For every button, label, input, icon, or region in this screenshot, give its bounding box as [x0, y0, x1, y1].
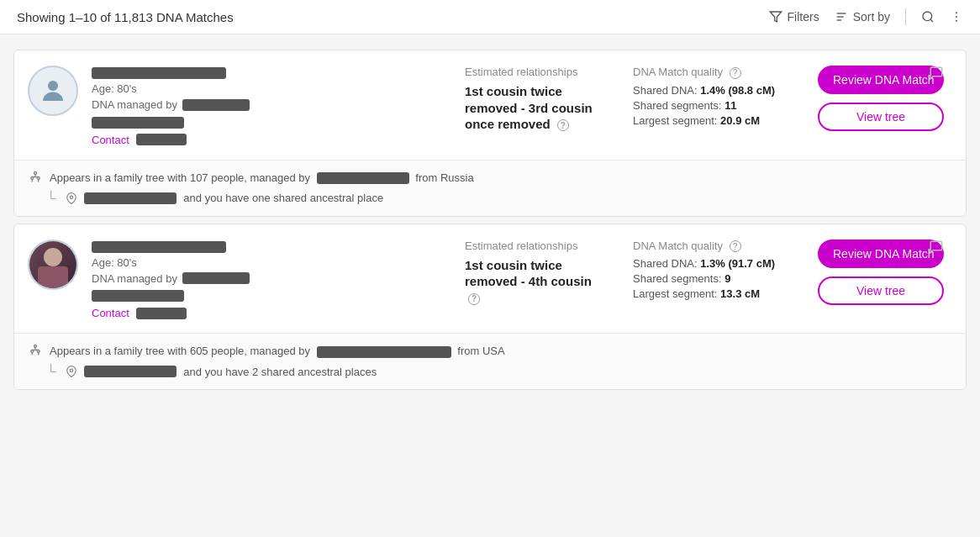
- redacted-name: [92, 67, 226, 79]
- match-card-footer: Appears in a family tree with 605 people…: [14, 333, 966, 389]
- redacted-tree-manager: [317, 172, 409, 184]
- review-dna-match-button[interactable]: Review DNA Match: [818, 66, 944, 94]
- dna-managed-label: DNA managed by: [92, 272, 177, 285]
- shared-dna-row: Shared DNA: 1.3% (91.7 cM): [633, 257, 784, 270]
- ancestral-place-info: └ and you have one shared ancestral plac…: [28, 191, 952, 206]
- match-actions: Review DNA Match View tree: [801, 66, 952, 131]
- redacted-extra: [92, 117, 184, 129]
- relationship-value: 1st cousin twice removed - 4th cousin ?: [465, 257, 599, 307]
- match-person-info: Age: 80's DNA managed by Contact: [92, 66, 448, 146]
- age-text: Age: 80's: [92, 256, 137, 269]
- comment-icon[interactable]: [929, 66, 944, 83]
- svg-point-20: [34, 345, 37, 348]
- dna-quality: DNA Match quality ? Shared DNA: 1.3% (91…: [616, 240, 801, 303]
- match-card-top: Age: 80's DNA managed by Contact: [14, 50, 966, 160]
- relationship-value: 1st cousin twice removed - 3rd cousin on…: [465, 83, 599, 133]
- match-card: Age: 80's DNA managed by Contact: [13, 224, 967, 391]
- review-dna-match-button[interactable]: Review DNA Match: [818, 240, 944, 268]
- redacted-extra: [92, 290, 184, 302]
- est-rel-label: Estimated relationships: [465, 66, 599, 78]
- sort-by-label: Sort by: [853, 10, 890, 24]
- ancestral-place-info: └ and you have 2 shared ancestral places: [28, 364, 952, 379]
- shared-segments-row: Shared segments: 11: [633, 99, 784, 112]
- dna-quality-help-icon[interactable]: ?: [730, 67, 741, 79]
- match-card-top: Age: 80's DNA managed by Contact: [14, 224, 966, 334]
- matches-list: Age: 80's DNA managed by Contact: [0, 34, 980, 405]
- family-tree-text: Appears in a family tree with 107 people…: [50, 171, 474, 185]
- dna-quality-help-icon[interactable]: ?: [730, 240, 741, 252]
- top-bar-actions: Filters Sort by: [769, 8, 963, 25]
- redacted-manager: [182, 99, 250, 111]
- age-line: Age: 80's: [92, 256, 448, 269]
- svg-point-10: [34, 171, 37, 174]
- dna-managed-line: DNA managed by: [92, 272, 448, 285]
- match-person-info: Age: 80's DNA managed by Contact: [92, 240, 448, 320]
- estimated-relationships: Estimated relationships 1st cousin twice…: [448, 240, 616, 307]
- estimated-relationships: Estimated relationships 1st cousin twice…: [448, 66, 616, 133]
- avatar: [28, 66, 78, 116]
- redacted-manager: [182, 272, 250, 284]
- family-tree-info: Appears in a family tree with 605 people…: [28, 344, 952, 359]
- match-card-footer: Appears in a family tree with 107 people…: [14, 160, 966, 216]
- comment-icon[interactable]: [929, 240, 944, 257]
- shared-segments-row: Shared segments: 9: [633, 272, 784, 285]
- search-icon: [921, 10, 935, 24]
- age-text: Age: 80's: [92, 82, 137, 95]
- view-tree-button[interactable]: View tree: [818, 276, 944, 305]
- avatar-photo: [29, 241, 76, 288]
- redacted-place: [84, 192, 177, 204]
- relationship-help-icon[interactable]: ?: [468, 293, 480, 305]
- family-tree-text: Appears in a family tree with 605 people…: [50, 345, 505, 358]
- branch-line-icon: └: [46, 364, 55, 379]
- filter-icon: [769, 10, 782, 24]
- contact-link[interactable]: Contact: [92, 307, 129, 319]
- family-tree-icon: [28, 171, 43, 186]
- svg-point-19: [71, 196, 74, 199]
- person-silhouette-icon: [38, 76, 68, 106]
- filters-label: Filters: [788, 10, 819, 24]
- largest-segment-row: Largest segment: 20.9 cM: [633, 114, 784, 127]
- contact-line: Contact: [92, 134, 448, 146]
- sort-icon: [835, 10, 848, 24]
- match-card: Age: 80's DNA managed by Contact: [13, 50, 967, 217]
- svg-point-8: [956, 20, 957, 22]
- dna-quality-label: DNA Match quality ?: [633, 66, 784, 79]
- redacted-name: [92, 241, 226, 253]
- svg-point-4: [923, 12, 932, 21]
- view-tree-button[interactable]: View tree: [818, 103, 944, 131]
- redacted-tree-manager: [317, 346, 451, 358]
- more-icon: [950, 10, 963, 24]
- svg-point-9: [48, 81, 58, 91]
- family-tree-icon: [28, 344, 43, 359]
- divider: [905, 8, 906, 25]
- results-count: Showing 1–10 of 11,813 DNA Matches: [17, 10, 234, 24]
- page-wrapper: Showing 1–10 of 11,813 DNA Matches Filte…: [0, 0, 980, 405]
- age-line: Age: 80's: [92, 82, 448, 95]
- relationship-help-icon[interactable]: ?: [557, 119, 569, 131]
- filters-button[interactable]: Filters: [769, 10, 819, 24]
- pin-icon: [66, 366, 77, 377]
- svg-point-28: [71, 369, 74, 372]
- shared-dna-row: Shared DNA: 1.4% (98.8 cM): [633, 84, 784, 97]
- match-actions: Review DNA Match View tree: [801, 240, 952, 305]
- svg-marker-0: [770, 12, 781, 22]
- dna-managed-line: DNA managed by: [92, 98, 448, 111]
- dna-managed-label: DNA managed by: [92, 98, 177, 111]
- redacted-contact-name: [136, 134, 187, 145]
- redacted-contact-name: [136, 308, 187, 319]
- family-tree-info: Appears in a family tree with 107 people…: [28, 171, 952, 186]
- search-button[interactable]: [921, 10, 935, 24]
- largest-segment-row: Largest segment: 13.3 cM: [633, 287, 784, 300]
- redacted-place: [84, 366, 177, 377]
- contact-link[interactable]: Contact: [92, 134, 129, 146]
- pin-icon: [66, 192, 77, 204]
- branch-line-icon: └: [46, 191, 55, 206]
- top-bar: Showing 1–10 of 11,813 DNA Matches Filte…: [0, 0, 980, 34]
- svg-point-6: [956, 12, 957, 13]
- sort-by-button[interactable]: Sort by: [835, 10, 890, 24]
- contact-line: Contact: [92, 307, 448, 319]
- est-rel-label: Estimated relationships: [465, 240, 599, 252]
- dna-quality: DNA Match quality ? Shared DNA: 1.4% (98…: [616, 66, 801, 129]
- more-options-button[interactable]: [950, 10, 963, 24]
- svg-point-7: [956, 16, 957, 18]
